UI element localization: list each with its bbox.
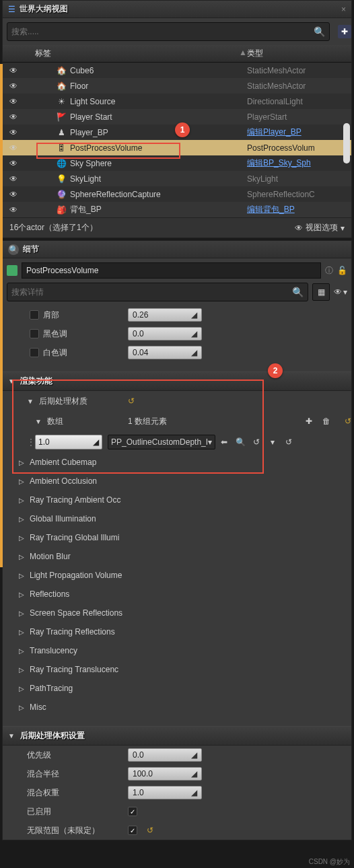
category-label: Ambient Cubemap	[30, 458, 96, 467]
category-row[interactable]: Reflections	[3, 585, 351, 604]
category-row[interactable]: Ray Tracing Reflections	[3, 622, 351, 641]
checkbox[interactable]	[30, 310, 39, 320]
reset-icon[interactable]: ↺	[147, 826, 153, 835]
asset-dropdown[interactable]: PP_OutlineCustomDepth_I ▾	[108, 435, 215, 449]
col-type[interactable]: 类型	[247, 48, 351, 59]
delete-element-icon[interactable]: 🗑	[320, 417, 332, 426]
outliner-search[interactable]: 🔍	[7, 22, 330, 41]
expand-icon[interactable]	[27, 398, 35, 405]
category-row[interactable]: Ambient Occlusion	[3, 472, 351, 491]
expand-icon[interactable]	[19, 647, 27, 655]
reset-icon[interactable]: ↺	[283, 437, 295, 447]
checkbox[interactable]	[30, 329, 39, 338]
expand-icon[interactable]	[19, 459, 27, 466]
expand-icon[interactable]	[19, 515, 27, 523]
outliner-row[interactable]: 👁 🌐 Sky Sphere 编辑BP_Sky_Sph	[3, 155, 351, 171]
outliner-row[interactable]: 👁 🏠 Cube6 StaticMeshActor	[3, 63, 351, 78]
outliner-row[interactable]: 👁 ☀ Light Source DirectionalLight	[3, 94, 351, 109]
expand-icon[interactable]	[19, 610, 27, 617]
rendering-section[interactable]: 渲染功能	[3, 371, 351, 391]
actor-label: 背包_BP	[70, 204, 102, 215]
checkbox[interactable]	[30, 348, 39, 357]
black-input[interactable]: 0.0◢	[128, 327, 202, 340]
search-icon[interactable]: 🔍	[314, 26, 325, 37]
category-row[interactable]: Ray Tracing Global Illumi	[3, 528, 351, 547]
visibility-eye-icon[interactable]: 👁	[5, 81, 22, 91]
expand-icon[interactable]	[8, 732, 16, 739]
visibility-eye-icon[interactable]: 👁	[5, 205, 22, 215]
white-input[interactable]: 0.04◢	[128, 346, 202, 359]
category-row[interactable]: PathTracing	[3, 679, 351, 698]
visibility-dropdown[interactable]: 👁 ▾	[334, 287, 347, 297]
category-row[interactable]: Light Propagation Volume	[3, 566, 351, 585]
expand-icon[interactable]	[19, 591, 27, 598]
priority-input[interactable]: 0.0◢	[128, 748, 202, 762]
expand-icon[interactable]	[19, 534, 27, 542]
outliner-row[interactable]: 👁 🎒 背包_BP 编辑背包_BP	[3, 202, 351, 217]
actor-type[interactable]: 编辑BP_Sky_Sph	[247, 157, 351, 169]
visibility-eye-icon[interactable]: 👁	[5, 190, 22, 199]
browse-icon[interactable]: 🔍	[234, 437, 246, 447]
help-icon[interactable]: ⓘ	[325, 265, 333, 277]
details-search[interactable]: 🔍	[7, 283, 308, 301]
category-row[interactable]: Ray Tracing Ambient Occ	[3, 491, 351, 509]
actor-name-input[interactable]	[22, 262, 321, 279]
expand-icon[interactable]	[19, 628, 27, 636]
outliner-row[interactable]: 👁 🚩 Player Start PlayerStart	[3, 109, 351, 124]
actor-type[interactable]: 编辑背包_BP	[247, 204, 351, 215]
category-row[interactable]: Screen Space Reflections	[3, 604, 351, 622]
outliner-row[interactable]: 👁 💡 SkyLight SkyLight	[3, 171, 351, 186]
blend-weight-input[interactable]: 1.0◢	[128, 786, 202, 799]
outliner-row[interactable]: 👁 🔮 SphereReflectionCapture SphereReflec…	[3, 186, 351, 202]
search-input[interactable]	[11, 24, 314, 39]
enabled-checkbox[interactable]	[128, 807, 137, 816]
unbound-checkbox[interactable]	[128, 826, 137, 835]
volume-settings-section[interactable]: 后期处理体积设置	[3, 726, 351, 746]
reset-icon[interactable]: ↺	[345, 417, 351, 426]
chevron-down-icon[interactable]: ▾	[341, 223, 345, 233]
actor-type[interactable]: 编辑Player_BP	[247, 126, 351, 138]
visibility-eye-icon[interactable]: 👁	[5, 112, 22, 122]
visibility-eye-icon[interactable]: 👁	[5, 159, 22, 168]
view-options[interactable]: 视图选项	[306, 222, 338, 233]
col-label[interactable]: 标签	[30, 48, 239, 59]
category-row[interactable]: Motion Blur	[3, 547, 351, 566]
outliner-row[interactable]: 👁 🎛 PostProcessVolume PostProcessVolum	[3, 140, 351, 155]
add-actor-button[interactable]: ✚	[338, 25, 351, 38]
reset-icon[interactable]: ↺	[128, 396, 135, 406]
use-selected-icon[interactable]: ⬅	[218, 437, 230, 447]
expand-icon[interactable]	[19, 497, 27, 504]
expand-icon[interactable]	[19, 666, 27, 674]
expand-icon[interactable]	[19, 572, 27, 579]
lock-icon[interactable]: 🔓	[337, 266, 347, 275]
category-row[interactable]: Ambient Cubemap	[3, 453, 351, 472]
category-row[interactable]: Global Illumination	[3, 509, 351, 528]
details-search-input[interactable]	[11, 285, 292, 299]
add-element-icon[interactable]: ✚	[303, 417, 315, 426]
visibility-eye-icon[interactable]: 👁	[5, 97, 22, 106]
visibility-eye-icon[interactable]: 👁	[5, 174, 22, 184]
category-row[interactable]: Misc	[3, 698, 351, 717]
outliner-row[interactable]: 👁 🏠 Floor StaticMeshActor	[3, 78, 351, 94]
chevron-down-icon[interactable]: ▾	[267, 437, 279, 447]
close-icon[interactable]: ×	[341, 5, 346, 14]
reset-icon[interactable]: ↺	[250, 437, 262, 447]
expand-icon[interactable]	[19, 553, 27, 560]
expand-icon[interactable]	[19, 704, 27, 711]
visibility-eye-icon[interactable]: 👁	[5, 143, 22, 153]
blend-radius-input[interactable]: 100.0◢	[128, 767, 202, 781]
expand-icon[interactable]	[19, 685, 27, 692]
expand-icon[interactable]	[35, 418, 43, 425]
shoulder-input[interactable]: 0.26◢	[128, 308, 202, 322]
property-matrix-button[interactable]: ▦	[312, 283, 330, 301]
visibility-eye-icon[interactable]: 👁	[5, 128, 22, 137]
category-row[interactable]: Translucency	[3, 641, 351, 660]
search-icon[interactable]: 🔍	[292, 287, 304, 297]
weight-input[interactable]: 1.0◢	[35, 435, 102, 449]
visibility-eye-icon[interactable]: 👁	[5, 66, 22, 75]
expand-icon[interactable]	[19, 478, 27, 485]
scrollbar[interactable]	[343, 123, 350, 164]
category-row[interactable]: Ray Tracing Translucenc	[3, 660, 351, 679]
expand-icon[interactable]	[8, 377, 16, 385]
drag-handle-icon[interactable]: ⋮⋮	[3, 437, 35, 447]
